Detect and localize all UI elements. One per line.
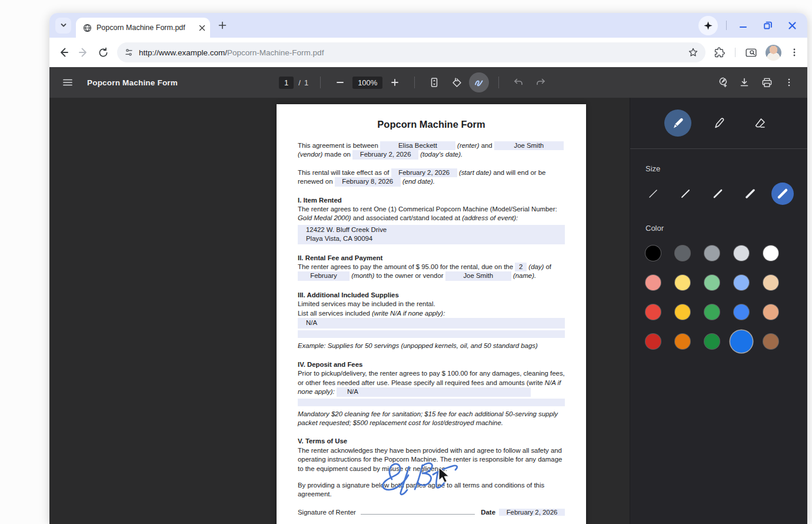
todays-date-field[interactable]: February 2, 2026 [352,150,418,159]
size-option-3[interactable] [707,183,729,205]
browser-toolbar: http://www.example.com/Popcorn-Machine-F… [49,38,807,67]
color-swatch-gray[interactable] [704,246,720,261]
extensions-puzzle-icon [714,47,726,58]
section-5-heading: V. Terms of Use [298,437,565,446]
color-swatch-dark-gray[interactable] [675,246,690,261]
color-swatch-green[interactable] [704,304,720,320]
services-included-field[interactable]: N/A [298,318,565,328]
color-cell [642,301,664,323]
color-swatch-blue[interactable] [734,304,749,320]
section-4-body: Prior to pickup/delivery, the renter agr… [298,369,565,396]
fit-page-icon [429,77,440,88]
renter-date-field[interactable]: February 2, 2026 [499,509,565,516]
color-swatch-brown[interactable] [763,334,778,349]
color-swatch-yellow[interactable] [675,304,690,320]
services-included-field-2[interactable] [298,330,565,338]
minus-icon [336,78,344,87]
owner-name-field[interactable]: Joe Smith [445,271,511,280]
fees-field-2[interactable] [298,399,565,406]
color-swatch-dark-red[interactable] [645,334,661,349]
renter-signature-line[interactable] [361,508,475,515]
gemini-button[interactable] [698,16,718,35]
window-search-icon [745,47,757,59]
tab-close-button[interactable] [199,25,205,31]
page-total: 1 [304,78,308,87]
page-separator: / [298,78,301,87]
back-button[interactable] [58,47,69,58]
pen-add-icon [716,77,728,88]
annotate-mode-button[interactable] [469,72,489,92]
due-month-field[interactable]: February [298,271,350,280]
text-run: (day) [528,263,544,270]
download-button[interactable] [734,72,754,92]
highlighter-tool-button[interactable] [705,110,733,137]
tab-search-chevron-button[interactable] [55,18,71,34]
pdf-more-button[interactable] [779,72,799,92]
profile-avatar[interactable] [766,45,781,61]
undo-button[interactable] [508,72,528,92]
color-swatch-red[interactable] [645,304,661,320]
start-date-field[interactable]: February 2, 2026 [391,168,457,177]
pen-icon [671,117,684,130]
color-cell [730,330,753,353]
size-option-1[interactable] [642,183,664,205]
renter-name-field[interactable]: Elisa Beckett [380,141,455,150]
color-cell [671,330,694,353]
reload-button[interactable] [98,47,109,58]
color-swatch-light-blue[interactable] [734,275,749,290]
mouse-cursor [437,466,452,484]
section-2-body: The renter agrees to pay the amount of $… [298,263,565,281]
section-4-mandatory-note: Mandatory $20 cleaning fee for sanitatio… [298,410,565,428]
window-minimize-button[interactable] [738,21,748,30]
new-tab-button[interactable] [218,21,227,29]
color-swatch-orange[interactable] [675,334,690,349]
browser-menu-button[interactable] [790,48,799,57]
print-button[interactable] [757,72,777,92]
url-text[interactable]: http://www.example.com/Popcorn-Machine-F… [139,48,683,57]
zoom-in-button[interactable] [385,72,405,92]
pen-tool-button[interactable] [664,110,691,137]
color-cell [642,242,664,264]
bookmark-star-button[interactable] [688,47,698,58]
window-close-button[interactable] [788,21,797,30]
page-number-input[interactable]: 1 [279,77,294,89]
annotation-add-button[interactable] [712,72,732,92]
size-option-2[interactable] [674,183,697,205]
end-date-field[interactable]: February 8, 2026 [335,177,401,186]
print-icon [761,77,773,88]
color-cell [701,271,723,294]
rotate-button[interactable] [447,72,467,92]
size-option-4[interactable] [739,183,761,205]
color-swatch-light-red[interactable] [645,275,661,290]
color-swatch-bright-blue[interactable] [730,330,753,353]
color-swatch-black[interactable] [645,246,661,261]
redo-button[interactable] [531,72,551,92]
fit-to-page-button[interactable] [424,72,444,92]
due-day-field[interactable]: 2 [515,263,527,271]
pdf-menu-button[interactable] [58,72,78,92]
event-address-field[interactable]: 12422 W. Bluff Creek Drive Playa Vista, … [298,225,565,244]
window-restore-button[interactable] [763,21,773,30]
pdf-toolbar-right [712,72,799,92]
fees-field[interactable]: N/A [337,387,531,396]
pdf-viewer[interactable]: Popcorn Machine Form This agreement is b… [49,98,630,524]
size-option-5[interactable] [771,183,794,205]
agreement-paragraph: This agreement is between Elisa Beckett … [298,141,565,160]
extensions-button[interactable] [714,47,726,58]
zoom-out-button[interactable] [330,72,350,92]
color-swatch-light-gray[interactable] [734,246,749,261]
tab-popcorn-machine-form[interactable]: Popcorn Machine Form.pdf [76,18,210,38]
color-swatch-light-yellow[interactable] [675,275,690,290]
vendor-name-field[interactable]: Joe Smith [494,141,564,150]
color-swatch-white[interactable] [763,246,778,261]
eraser-tool-button[interactable] [747,110,774,137]
zoom-level-input[interactable]: 100% [352,77,382,89]
color-swatch-light-green[interactable] [704,275,720,290]
color-swatch-light-tan[interactable] [763,275,778,290]
color-swatch-tan[interactable] [763,304,778,320]
tab-search-button[interactable] [745,47,757,59]
undo-icon [513,77,524,88]
forward-button[interactable] [78,47,89,58]
color-swatch-dark-green[interactable] [704,334,720,349]
omnibox[interactable]: http://www.example.com/Popcorn-Machine-F… [117,42,705,62]
